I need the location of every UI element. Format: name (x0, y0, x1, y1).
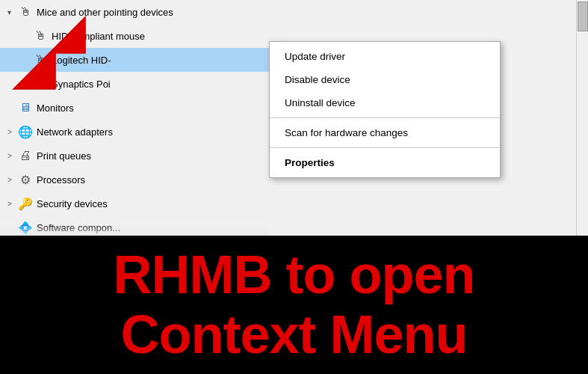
device-label: Monitors (37, 102, 74, 114)
chevron-icon: > (7, 152, 16, 160)
bottom-text-line1: RHMB to open (114, 245, 475, 304)
device-icon: 🖥 (18, 101, 33, 114)
context-menu-item-scan-hardware[interactable]: Scan for hardware changes (270, 121, 500, 144)
context-menu-item-disable-device[interactable]: Disable device (270, 68, 500, 91)
device-icon: ⚙ (18, 173, 33, 187)
tree-item-security[interactable]: > 🔑 Security devices (0, 191, 269, 215)
red-arrow-icon (7, 11, 97, 101)
context-menu-item-update-driver[interactable]: Update driver (270, 45, 500, 68)
menu-separator (270, 117, 500, 118)
context-menu-item-uninstall-device[interactable]: Uninstall device (270, 91, 500, 114)
device-icon: 🖨 (18, 149, 33, 162)
device-label: Print queues (37, 150, 91, 162)
scrollbar-thumb[interactable] (578, 1, 588, 31)
chevron-icon: > (7, 128, 16, 136)
context-menu: Update driverDisable deviceUninstall dev… (269, 41, 501, 178)
svg-marker-1 (13, 17, 85, 89)
chevron-icon: > (7, 200, 16, 208)
tree-item-network[interactable]: > 🌐 Network adapters (0, 120, 269, 144)
chevron-icon: > (7, 176, 16, 184)
menu-separator (270, 147, 500, 148)
device-icon: 🌐 (18, 125, 33, 139)
bottom-text-area: RHMB to open Context Menu (0, 236, 588, 374)
device-label: Processors (37, 174, 85, 186)
tree-item-print[interactable]: > 🖨 Print queues (0, 144, 269, 168)
bottom-text-line2: Context Menu (121, 305, 468, 364)
context-menu-item-properties[interactable]: Properties (270, 151, 500, 174)
device-label: Security devices (37, 198, 108, 209)
tree-item-processors[interactable]: > ⚙ Processors (0, 168, 269, 191)
scrollbar[interactable] (576, 0, 588, 239)
device-label: Network adapters (37, 126, 113, 138)
device-icon: 🔑 (18, 197, 33, 211)
